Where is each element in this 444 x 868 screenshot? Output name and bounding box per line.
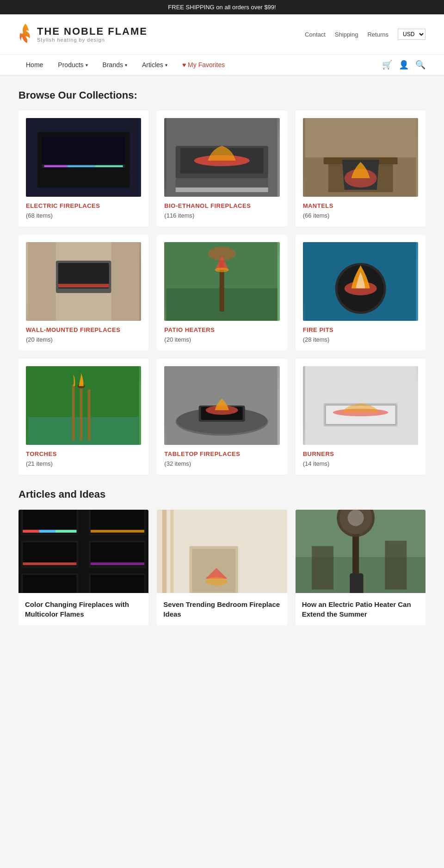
collection-count: (20 items) [164, 336, 191, 343]
svg-rect-89 [385, 541, 407, 590]
collection-card[interactable]: TABLETOP FIREPLACES(32 items) [157, 359, 287, 475]
shipping-link[interactable]: Shipping [335, 31, 358, 38]
svg-point-30 [215, 268, 229, 272]
search-icon[interactable]: 🔍 [415, 60, 426, 70]
collection-image [303, 366, 418, 445]
currency-select[interactable]: USD CAD EUR [398, 29, 426, 40]
nav-products[interactable]: Products [50, 55, 95, 75]
svg-rect-79 [162, 510, 166, 593]
svg-rect-8 [37, 174, 130, 187]
nav-brands[interactable]: Brands [95, 55, 135, 75]
article-card[interactable]: How an Electric Patio Heater Can Extend … [296, 510, 426, 625]
svg-rect-67 [91, 562, 144, 565]
collection-name: MANTELS [303, 202, 333, 209]
svg-rect-61 [91, 530, 144, 532]
cart-icon[interactable]: 🛒 [382, 60, 392, 70]
svg-rect-6 [68, 165, 95, 167]
nav-favorites[interactable]: ♥ My Favorites [175, 55, 232, 75]
collection-image [164, 118, 279, 197]
svg-rect-72 [91, 575, 144, 593]
svg-rect-13 [176, 178, 268, 187]
svg-rect-36 [28, 417, 139, 445]
collection-count: (14 items) [303, 460, 330, 467]
svg-rect-80 [171, 510, 174, 593]
collection-image [26, 366, 141, 445]
collection-name: TABLETOP FIREPLACES [164, 450, 240, 457]
contact-link[interactable]: Contact [305, 31, 326, 38]
svg-rect-56 [23, 530, 39, 532]
article-image [18, 510, 148, 593]
articles-title: Articles and Ideas [18, 488, 426, 500]
logo[interactable]: THE NOBLE FLAME Stylish heating by desig… [18, 23, 148, 46]
returns-link[interactable]: Returns [367, 31, 388, 38]
article-card[interactable]: Seven Trending Bedroom Fireplace Ideas [157, 510, 287, 625]
svg-rect-57 [39, 530, 56, 532]
svg-rect-14 [176, 187, 268, 192]
nav-home[interactable]: Home [18, 55, 50, 75]
logo-flame-icon [18, 23, 32, 46]
main-nav: Home Products Brands Articles ♥ My Favor… [0, 55, 444, 75]
nav-right: 🛒 👤 🔍 [382, 60, 426, 70]
collection-image [303, 242, 418, 321]
collections-grid: ELECTRIC FIREPLACES(68 items) BIO-ETHANO… [18, 111, 426, 475]
svg-rect-2 [42, 137, 125, 169]
collection-count: (68 items) [26, 212, 53, 219]
collection-name: TORCHES [26, 450, 57, 457]
svg-rect-5 [44, 165, 68, 167]
svg-rect-64 [23, 562, 76, 565]
collection-image [164, 366, 279, 445]
svg-rect-39 [88, 389, 91, 440]
header-right: Contact Shipping Returns USD CAD EUR [305, 29, 426, 40]
article-image [296, 510, 426, 593]
collection-count: (20 items) [26, 336, 53, 343]
collection-card[interactable]: MANTELS(66 items) [296, 111, 426, 226]
collection-card[interactable]: WALL-MOUNTED FIREPLACES(20 items) [18, 235, 148, 350]
logo-main-text: THE NOBLE FLAME [37, 26, 148, 37]
collection-count: (32 items) [164, 460, 191, 467]
collection-name: PATIO HEATERS [164, 326, 215, 333]
collection-card[interactable]: PATIO HEATERS(20 items) [157, 235, 287, 350]
user-icon[interactable]: 👤 [399, 60, 409, 70]
svg-point-87 [347, 510, 364, 526]
nav-left: Home Products Brands Articles ♥ My Favor… [18, 55, 232, 75]
svg-rect-38 [72, 385, 75, 440]
svg-rect-19 [305, 118, 416, 157]
svg-point-78 [206, 577, 228, 586]
article-card[interactable]: Color Changing Fireplaces with Multicolo… [18, 510, 148, 625]
main-content: Browse Our Collections: ELECTRIC FIREPLA… [0, 75, 444, 639]
article-title: How an Electric Patio Heater Can Extend … [302, 599, 419, 619]
article-body: Seven Trending Bedroom Fireplace Ideas [157, 593, 287, 625]
collection-name: FIRE PITS [303, 326, 334, 333]
nav-articles[interactable]: Articles [135, 55, 175, 75]
article-image [157, 510, 287, 593]
header: THE NOBLE FLAME Stylish heating by desig… [0, 14, 444, 55]
collection-name: WALL-MOUNTED FIREPLACES [26, 326, 120, 333]
article-title: Seven Trending Bedroom Fireplace Ideas [163, 599, 280, 619]
logo-text: THE NOBLE FLAME Stylish heating by desig… [37, 26, 148, 43]
collection-card[interactable]: ELECTRIC FIREPLACES(68 items) [18, 111, 148, 226]
top-banner: FREE SHIPPING on all orders over $99! [0, 0, 444, 14]
articles-grid: Color Changing Fireplaces with Multicolo… [18, 510, 426, 625]
collection-image [26, 118, 141, 197]
collection-card[interactable]: TORCHES(21 items) [18, 359, 148, 475]
collection-card[interactable]: BURNERS(14 items) [296, 359, 426, 475]
logo-sub-text: Stylish heating by design [37, 37, 148, 43]
article-body: Color Changing Fireplaces with Multicolo… [18, 593, 148, 625]
svg-rect-58 [56, 530, 77, 532]
collection-image [26, 242, 141, 321]
collection-card[interactable]: BIO-ETHANOL FIREPLACES(116 items) [157, 111, 287, 226]
svg-rect-77 [192, 549, 236, 592]
svg-rect-23 [58, 284, 109, 287]
collection-count: (21 items) [26, 460, 53, 467]
collection-name: BIO-ETHANOL FIREPLACES [164, 202, 251, 209]
collection-count: (66 items) [303, 212, 330, 219]
svg-rect-86 [350, 573, 363, 593]
collection-image [303, 118, 418, 197]
svg-rect-25 [111, 242, 139, 321]
svg-rect-88 [312, 546, 333, 589]
collection-card[interactable]: FIRE PITS(28 items) [296, 235, 426, 350]
article-body: How an Electric Patio Heater Can Extend … [296, 593, 426, 625]
svg-rect-69 [23, 575, 76, 593]
article-title: Color Changing Fireplaces with Multicolo… [25, 599, 142, 619]
collection-name: ELECTRIC FIREPLACES [26, 202, 100, 209]
